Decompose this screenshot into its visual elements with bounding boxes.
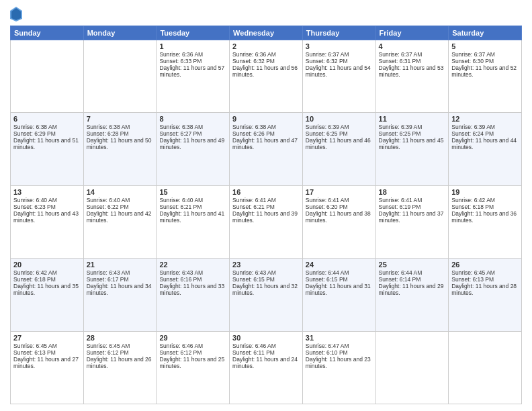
sunset-text: Sunset: 6:26 PM xyxy=(232,130,300,137)
sunrise-text: Sunrise: 6:38 AM xyxy=(159,124,226,130)
sunset-text: Sunset: 6:24 PM xyxy=(451,130,519,137)
sunset-text: Sunset: 6:15 PM xyxy=(306,276,373,283)
sunrise-text: Sunrise: 6:46 AM xyxy=(232,342,300,349)
calendar-cell: 9Sunrise: 6:38 AMSunset: 6:26 PMDaylight… xyxy=(230,113,303,185)
day-number: 31 xyxy=(306,334,373,342)
daylight-text: Daylight: 11 hours and 46 minutes. xyxy=(306,137,373,150)
sunrise-text: Sunrise: 6:46 AM xyxy=(159,342,226,349)
sunset-text: Sunset: 6:20 PM xyxy=(306,203,373,210)
calendar-cell: 26Sunrise: 6:45 AMSunset: 6:13 PMDayligh… xyxy=(449,259,522,331)
calendar-cell: 22Sunrise: 6:43 AMSunset: 6:16 PMDayligh… xyxy=(157,259,230,331)
logo-icon xyxy=(10,7,22,21)
calendar-cell: 17Sunrise: 6:41 AMSunset: 6:20 PMDayligh… xyxy=(302,185,375,258)
daylight-text: Daylight: 11 hours and 35 minutes. xyxy=(13,283,81,296)
day-number: 14 xyxy=(87,188,154,196)
sunset-text: Sunset: 6:25 PM xyxy=(306,130,373,137)
week-row-5: 27Sunrise: 6:45 AMSunset: 6:13 PMDayligh… xyxy=(11,331,522,404)
sunrise-text: Sunrise: 6:37 AM xyxy=(379,51,446,58)
sunset-text: Sunset: 6:12 PM xyxy=(87,349,154,356)
col-header-saturday: Saturday xyxy=(449,26,522,40)
daylight-text: Daylight: 11 hours and 33 minutes. xyxy=(159,283,226,296)
sunset-text: Sunset: 6:12 PM xyxy=(159,349,226,356)
daylight-text: Daylight: 11 hours and 53 minutes. xyxy=(379,64,446,78)
daylight-text: Daylight: 11 hours and 34 minutes. xyxy=(87,283,154,296)
day-number: 17 xyxy=(306,188,373,196)
daylight-text: Daylight: 11 hours and 49 minutes. xyxy=(159,137,226,150)
daylight-text: Daylight: 11 hours and 24 minutes. xyxy=(232,356,300,369)
col-header-tuesday: Tuesday xyxy=(157,26,230,40)
sunrise-text: Sunrise: 6:39 AM xyxy=(451,124,519,130)
day-number: 23 xyxy=(232,261,300,269)
day-number: 11 xyxy=(379,115,446,123)
sunrise-text: Sunrise: 6:40 AM xyxy=(159,197,226,203)
sunrise-text: Sunrise: 6:39 AM xyxy=(306,124,373,130)
week-row-2: 6Sunrise: 6:38 AMSunset: 6:29 PMDaylight… xyxy=(11,113,522,185)
calendar-cell: 28Sunrise: 6:45 AMSunset: 6:12 PMDayligh… xyxy=(83,331,157,404)
daylight-text: Daylight: 11 hours and 52 minutes. xyxy=(451,64,519,78)
daylight-text: Daylight: 11 hours and 56 minutes. xyxy=(232,64,300,78)
col-header-thursday: Thursday xyxy=(302,26,375,40)
sunset-text: Sunset: 6:21 PM xyxy=(159,203,226,210)
daylight-text: Daylight: 11 hours and 44 minutes. xyxy=(451,137,519,150)
sunrise-text: Sunrise: 6:41 AM xyxy=(232,197,300,203)
sunrise-text: Sunrise: 6:40 AM xyxy=(13,197,81,203)
sunset-text: Sunset: 6:28 PM xyxy=(87,130,154,137)
sunrise-text: Sunrise: 6:36 AM xyxy=(159,51,226,58)
sunrise-text: Sunrise: 6:41 AM xyxy=(379,197,446,203)
day-number: 27 xyxy=(13,334,81,342)
calendar-cell: 30Sunrise: 6:46 AMSunset: 6:11 PMDayligh… xyxy=(230,331,303,404)
sunset-text: Sunset: 6:18 PM xyxy=(13,276,81,283)
calendar-cell xyxy=(83,40,157,113)
day-number: 19 xyxy=(451,188,519,196)
day-number: 20 xyxy=(13,261,81,269)
day-number: 9 xyxy=(232,115,300,123)
sunrise-text: Sunrise: 6:41 AM xyxy=(306,197,373,203)
sunset-text: Sunset: 6:32 PM xyxy=(232,58,300,64)
daylight-text: Daylight: 11 hours and 51 minutes. xyxy=(13,137,81,150)
sunrise-text: Sunrise: 6:36 AM xyxy=(232,51,300,58)
calendar-cell: 1Sunrise: 6:36 AMSunset: 6:33 PMDaylight… xyxy=(157,40,230,113)
day-number: 2 xyxy=(232,42,300,50)
sunset-text: Sunset: 6:14 PM xyxy=(379,276,446,283)
day-number: 10 xyxy=(306,115,373,123)
sunset-text: Sunset: 6:19 PM xyxy=(379,203,446,210)
day-number: 15 xyxy=(159,188,226,196)
calendar-cell: 23Sunrise: 6:43 AMSunset: 6:15 PMDayligh… xyxy=(230,259,303,331)
sunset-text: Sunset: 6:17 PM xyxy=(87,276,154,283)
sunset-text: Sunset: 6:13 PM xyxy=(13,349,81,356)
calendar-cell: 5Sunrise: 6:37 AMSunset: 6:30 PMDaylight… xyxy=(449,40,522,113)
sunrise-text: Sunrise: 6:38 AM xyxy=(87,124,154,130)
sunrise-text: Sunrise: 6:42 AM xyxy=(451,197,519,203)
col-header-sunday: Sunday xyxy=(11,26,84,40)
calendar-cell: 25Sunrise: 6:44 AMSunset: 6:14 PMDayligh… xyxy=(375,259,449,331)
day-number: 8 xyxy=(159,115,226,123)
week-row-3: 13Sunrise: 6:40 AMSunset: 6:23 PMDayligh… xyxy=(11,185,522,258)
day-number: 6 xyxy=(13,115,81,123)
sunrise-text: Sunrise: 6:38 AM xyxy=(13,124,81,130)
calendar-cell: 4Sunrise: 6:37 AMSunset: 6:31 PMDaylight… xyxy=(375,40,449,113)
day-number: 24 xyxy=(306,261,373,269)
daylight-text: Daylight: 11 hours and 39 minutes. xyxy=(232,210,300,224)
calendar-cell: 8Sunrise: 6:38 AMSunset: 6:27 PMDaylight… xyxy=(157,113,230,185)
day-number: 13 xyxy=(13,188,81,196)
calendar-table: SundayMondayTuesdayWednesdayThursdayFrid… xyxy=(10,26,522,404)
col-header-monday: Monday xyxy=(83,26,157,40)
calendar-cell: 24Sunrise: 6:44 AMSunset: 6:15 PMDayligh… xyxy=(302,259,375,331)
day-number: 30 xyxy=(232,334,300,342)
sunset-text: Sunset: 6:32 PM xyxy=(306,58,373,64)
daylight-text: Daylight: 11 hours and 54 minutes. xyxy=(306,64,373,78)
daylight-text: Daylight: 11 hours and 50 minutes. xyxy=(87,137,154,150)
logo xyxy=(10,7,24,21)
sunrise-text: Sunrise: 6:45 AM xyxy=(87,342,154,349)
day-number: 7 xyxy=(87,115,154,123)
calendar-cell: 31Sunrise: 6:47 AMSunset: 6:10 PMDayligh… xyxy=(302,331,375,404)
sunset-text: Sunset: 6:18 PM xyxy=(451,203,519,210)
sunrise-text: Sunrise: 6:43 AM xyxy=(232,269,300,276)
daylight-text: Daylight: 11 hours and 47 minutes. xyxy=(232,137,300,150)
calendar-cell: 13Sunrise: 6:40 AMSunset: 6:23 PMDayligh… xyxy=(11,185,84,258)
calendar-cell: 7Sunrise: 6:38 AMSunset: 6:28 PMDaylight… xyxy=(83,113,157,185)
page: SundayMondayTuesdayWednesdayThursdayFrid… xyxy=(0,0,532,411)
sunrise-text: Sunrise: 6:44 AM xyxy=(306,269,373,276)
sunrise-text: Sunrise: 6:45 AM xyxy=(451,269,519,276)
calendar-cell: 21Sunrise: 6:43 AMSunset: 6:17 PMDayligh… xyxy=(83,259,157,331)
